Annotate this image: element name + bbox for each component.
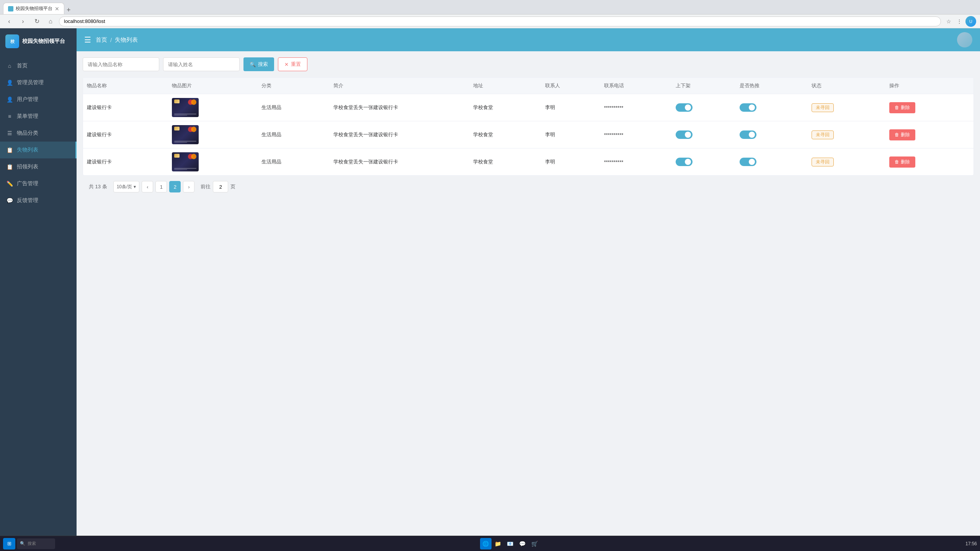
back-button[interactable]: ‹ (4, 16, 15, 27)
user-icon: 👤 (6, 96, 13, 103)
settings-icon[interactable]: ⋮ (955, 17, 964, 26)
online-toggle[interactable] (676, 130, 693, 139)
data-table: 物品名称 物品图片 分类 简介 地址 联系人 联系电话 上下架 是否热推 状态 … (83, 77, 974, 176)
table-row: 建设银行卡 (83, 148, 973, 176)
sidebar-item-user[interactable]: 👤 用户管理 (0, 91, 77, 108)
cell-status: 未寻回 (808, 148, 885, 176)
col-hot: 是否热推 (736, 78, 808, 94)
cell-desc: 学校食堂丢失一张建设银行卡 (330, 94, 469, 121)
taskbar-app-2[interactable]: 📁 (492, 538, 504, 549)
header-avatar[interactable] (957, 32, 972, 47)
sidebar-item-label: 反馈管理 (17, 197, 38, 204)
breadcrumb-home[interactable]: 首页 (96, 36, 107, 44)
status-badge: 未寻回 (812, 103, 834, 112)
cell-contact: 李明 (541, 148, 600, 176)
sidebar-item-label: 广告管理 (17, 180, 38, 187)
refresh-button[interactable]: ↻ (31, 16, 42, 27)
cell-phone: ********** (600, 121, 672, 148)
item-name-input[interactable] (83, 57, 159, 71)
chevron-down-icon: ▾ (134, 184, 136, 189)
col-name: 物品名称 (83, 78, 168, 94)
goto-page-input[interactable] (213, 181, 228, 192)
cell-online (672, 94, 736, 121)
reset-icon: ✕ (284, 62, 289, 67)
cell-online (672, 121, 736, 148)
cell-address: 学校食堂 (469, 148, 541, 176)
cell-image (168, 94, 258, 121)
col-online: 上下架 (672, 78, 736, 94)
tab-close-btn[interactable]: ✕ (55, 6, 59, 11)
toolbar-icons: ☆ ⋮ U (944, 16, 976, 27)
home-button[interactable]: ⌂ (45, 16, 56, 27)
new-tab-button[interactable]: + (64, 6, 73, 14)
sidebar-item-home[interactable]: ⌂ 首页 (0, 57, 77, 74)
app-container: 校 校园失物招领平台 ⌂ 首页 👤 管理员管理 👤 用户管理 ≡ 菜单管理 ☰ (0, 28, 980, 536)
start-button[interactable]: ⊞ (3, 538, 15, 549)
next-page-button[interactable]: › (183, 181, 194, 192)
taskbar-app-1[interactable]: 🌐 (480, 538, 492, 549)
col-category: 分类 (258, 78, 330, 94)
delete-button[interactable]: 🗑 删除 (889, 129, 915, 140)
cell-online (672, 148, 736, 176)
sidebar-item-admin[interactable]: 👤 管理员管理 (0, 74, 77, 91)
browser-toolbar: ‹ › ↻ ⌂ ☆ ⋮ U (0, 15, 980, 28)
browser-tab-active[interactable]: 校园失物招领平台 ✕ (3, 3, 64, 14)
sidebar-logo: 校 校园失物招领平台 (0, 28, 77, 54)
delete-button[interactable]: 🗑 删除 (889, 156, 915, 168)
cell-address: 学校食堂 (469, 121, 541, 148)
tab-favicon (8, 6, 13, 11)
sidebar-item-menu[interactable]: ≡ 菜单管理 (0, 108, 77, 125)
address-bar[interactable] (59, 16, 941, 26)
logo-text: 校园失物招领平台 (22, 38, 65, 45)
person-name-input[interactable] (163, 57, 240, 71)
status-badge: 未寻回 (812, 130, 834, 139)
prev-page-button[interactable]: ‹ (142, 181, 153, 192)
browser-tabs: 校园失物招领平台 ✕ + (3, 0, 73, 14)
sidebar-item-lost[interactable]: 📋 失物列表 (0, 142, 77, 158)
sidebar-nav: ⌂ 首页 👤 管理员管理 👤 用户管理 ≡ 菜单管理 ☰ 物品分类 📋 失物列 (0, 54, 77, 536)
user-avatar[interactable]: U (965, 16, 976, 27)
sidebar-item-feedback[interactable]: 💬 反馈管理 (0, 192, 77, 209)
pagination: 共 13 条 10条/页 ▾ ‹ 1 2 › 前往 页 (83, 176, 974, 198)
taskbar-app-3[interactable]: 📧 (505, 538, 516, 549)
admin-icon: 👤 (6, 80, 13, 86)
goods-icon: ☰ (6, 130, 13, 136)
sidebar-item-goods[interactable]: ☰ 物品分类 (0, 125, 77, 142)
hot-toggle[interactable] (740, 103, 756, 112)
sidebar-item-ad[interactable]: ✏️ 广告管理 (0, 175, 77, 192)
search-button[interactable]: 🔍 搜索 (243, 57, 274, 71)
online-toggle[interactable] (676, 158, 693, 166)
sidebar-item-label: 招领列表 (17, 163, 38, 170)
sidebar-item-label: 失物列表 (17, 147, 38, 153)
taskbar-app-5[interactable]: 🛒 (529, 538, 541, 549)
sidebar-item-label: 菜单管理 (17, 113, 38, 120)
menu-icon: ≡ (6, 113, 13, 119)
online-toggle[interactable] (676, 103, 693, 112)
ad-icon: ✏️ (6, 181, 13, 187)
per-page-select[interactable]: 10条/页 ▾ (113, 181, 140, 192)
menu-toggle-icon[interactable]: ☰ (84, 35, 91, 44)
sidebar-item-label: 物品分类 (17, 130, 38, 137)
col-desc: 简介 (330, 78, 469, 94)
page-btn-2[interactable]: 2 (169, 181, 181, 192)
bookmark-icon[interactable]: ☆ (944, 17, 953, 26)
sidebar: 校 校园失物招领平台 ⌂ 首页 👤 管理员管理 👤 用户管理 ≡ 菜单管理 ☰ (0, 28, 77, 536)
taskbar-search-label: 搜索 (28, 541, 36, 546)
sidebar-item-label: 管理员管理 (17, 79, 44, 86)
delete-button[interactable]: 🗑 删除 (889, 102, 915, 113)
forward-button[interactable]: › (18, 16, 28, 27)
hot-toggle[interactable] (740, 130, 756, 139)
cell-image (168, 148, 258, 176)
hot-toggle[interactable] (740, 158, 756, 166)
table-row: 建设银行卡 (83, 121, 973, 148)
page-btn-1[interactable]: 1 (155, 181, 167, 192)
reset-button[interactable]: ✕ 重置 (278, 57, 307, 71)
sidebar-item-label: 首页 (17, 62, 28, 69)
taskbar-app-4[interactable]: 💬 (517, 538, 528, 549)
cell-status: 未寻回 (808, 94, 885, 121)
cell-name: 建设银行卡 (83, 148, 168, 176)
sidebar-item-claim[interactable]: 📋 招领列表 (0, 158, 77, 175)
taskbar-search[interactable]: 🔍 搜索 (17, 538, 55, 549)
cell-hot (736, 148, 808, 176)
col-contact: 联系人 (541, 78, 600, 94)
